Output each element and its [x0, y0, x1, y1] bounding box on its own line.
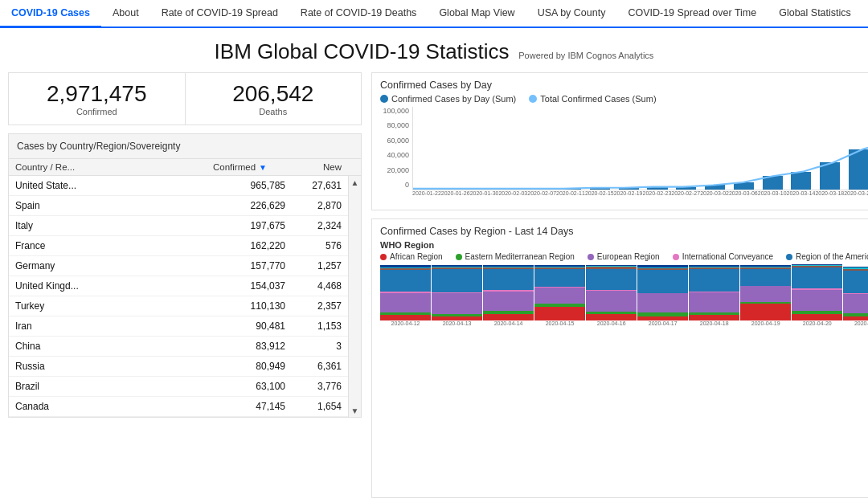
stacked-x-label: 2020-04-21 [843, 320, 868, 332]
table-row[interactable]: United Kingd... 154,037 4,468 [9, 276, 361, 296]
y-axis-left: 100,00080,00060,00040,00020,0000 [380, 107, 412, 203]
region-legend-item: African Region [380, 252, 443, 261]
table-row[interactable]: France 162,220 576 [9, 236, 361, 256]
nav-item-7[interactable]: Global Statistics [768, 0, 862, 28]
nav-item-1[interactable]: About [101, 0, 150, 28]
table-row[interactable]: Russia 80,949 6,361 [9, 357, 361, 377]
stacked-x-label: 2020-04-13 [432, 320, 482, 332]
x-label: 2020-02-03 [498, 190, 527, 203]
cell-country: Germany [15, 260, 213, 271]
x-label: 2020-02-15 [585, 190, 614, 203]
bar-group [729, 107, 758, 190]
cell-new: 3 [285, 341, 342, 352]
cell-new: 3,776 [285, 381, 342, 392]
cell-country: United Kingd... [15, 280, 213, 292]
nav-item-3[interactable]: Rate of COVID-19 Deaths [289, 0, 428, 28]
stacked-segment [534, 269, 585, 287]
confirmed-by-day-legend: Confirmed Cases by Day (Sum)Total Confir… [380, 94, 868, 104]
cell-country: Iran [15, 320, 213, 332]
nav-item-2[interactable]: Rate of COVID-19 Spread [150, 0, 289, 28]
stacked-segment [740, 286, 791, 301]
x-label: 2020-03-02 [700, 190, 729, 203]
country-table: Cases by Country/Region/Sovereignty Coun… [8, 133, 362, 418]
table-row[interactable]: Germany 157,770 1,257 [9, 256, 361, 276]
bar [647, 187, 667, 190]
stacked-segment [380, 315, 431, 320]
bar-group [442, 107, 471, 190]
cell-country: Italy [15, 220, 213, 231]
nav-item-4[interactable]: Global Map View [428, 0, 526, 28]
y-label: 0 [405, 181, 409, 189]
x-label: 2020-02-11 [556, 190, 585, 203]
table-row[interactable]: United State... 965,785 27,631 [9, 176, 361, 196]
stacked-segment [637, 293, 688, 312]
x-label: 2020-02-07 [527, 190, 556, 203]
stacked-bar [432, 264, 482, 320]
cell-country: United State... [15, 180, 213, 191]
confirmed-stat: 2,971,475 Confirmed [8, 72, 185, 125]
stacked-segment [432, 293, 482, 314]
cell-confirmed: 83,912 [213, 341, 285, 352]
stacked-segment [740, 304, 791, 320]
x-label: 2020-03-06 [729, 190, 758, 203]
confirmed-number: 2,971,475 [9, 81, 185, 107]
stacked-segment [380, 270, 431, 292]
bar [475, 189, 495, 190]
legend-item: Total Confirmed Cases (Sum) [529, 94, 656, 104]
bar-group [614, 107, 643, 190]
cell-country: France [15, 240, 213, 251]
bar-group [557, 107, 586, 190]
bar [734, 182, 754, 190]
confirmed-by-day-chart: Confirmed Cases by Day Confirmed Cases b… [371, 72, 868, 210]
table-row[interactable]: Iran 90,481 1,153 [9, 316, 361, 337]
confirmed-by-day-title: Confirmed Cases by Day [380, 80, 868, 91]
deaths-stat: 206,542 Deaths [185, 72, 362, 125]
scroll-up-button[interactable]: ▲ [349, 176, 361, 189]
x-label: 2020-01-26 [441, 190, 470, 203]
cell-confirmed: 110,130 [213, 300, 285, 312]
stacked-segment [792, 290, 842, 311]
table-row[interactable]: China 83,912 3 [9, 337, 361, 357]
page-title: IBM Global COVID-19 Statistics [215, 39, 510, 63]
stacked-segment [586, 314, 637, 320]
nav-item-6[interactable]: COVID-19 Spread over Time [616, 0, 768, 28]
bar [763, 176, 783, 190]
x-label: 2020-03-10 [758, 190, 787, 203]
table-row[interactable]: Italy 197,675 2,324 [9, 216, 361, 236]
cell-confirmed: 47,145 [213, 401, 285, 412]
table-row[interactable]: Turkey 110,130 2,357 [9, 296, 361, 316]
region-legend: African RegionEastern Mediterranean Regi… [380, 252, 868, 261]
bar [417, 189, 437, 190]
bar [504, 189, 524, 190]
bar-group [787, 107, 816, 190]
stacked-bar [483, 264, 534, 320]
stacked-x-label: 2020-04-18 [689, 320, 739, 332]
bar [446, 189, 466, 190]
bar-group [586, 107, 615, 190]
region-legend-item: Eastern Mediterranean Region [456, 252, 575, 261]
bar [561, 189, 581, 190]
table-row[interactable]: Spain 226,629 2,870 [9, 196, 361, 216]
stats-row: 2,971,475 Confirmed 206,542 Deaths [8, 72, 362, 125]
bar [705, 185, 725, 190]
bar [590, 188, 610, 190]
bar [791, 172, 811, 190]
cell-confirmed: 226,629 [213, 200, 285, 211]
nav-item-5[interactable]: USA by County [526, 0, 617, 28]
stacked-x-label: 2020-04-14 [483, 320, 534, 332]
stacked-segment [689, 269, 739, 291]
table-row[interactable]: Canada 47,145 1,654 [9, 397, 361, 417]
bar-group [844, 107, 868, 190]
cell-country: China [15, 341, 213, 352]
x-label: 2020-03-22 [844, 190, 868, 203]
scroll-down-button[interactable]: ▼ [349, 404, 361, 417]
cell-country: Canada [15, 401, 213, 412]
y-label: 80,000 [387, 121, 409, 129]
table-row[interactable]: Brazil 63,100 3,776 [9, 377, 361, 397]
bar-chart-container: 100,00080,00060,00040,00020,0000 2020-01… [380, 107, 868, 203]
cell-confirmed: 157,770 [213, 260, 285, 271]
deaths-number: 206,542 [186, 81, 362, 107]
col-country-header: Country / Re... [15, 162, 213, 172]
deaths-label: Deaths [186, 107, 362, 116]
nav-item-0[interactable]: COVID-19 Cases [0, 0, 101, 28]
